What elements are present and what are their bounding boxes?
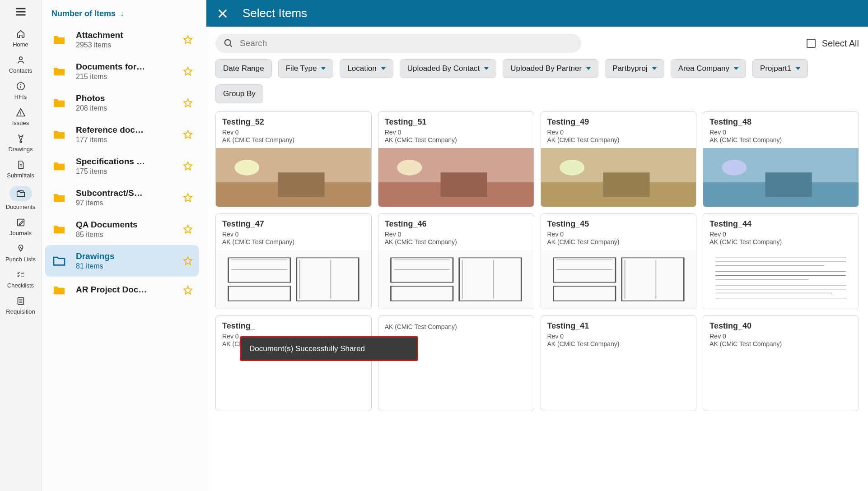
folder-row[interactable]: Photos208 items [45,87,199,119]
document-card[interactable]: Testing_47 Rev 0 AK (CMiC Test Company) [215,213,372,309]
card-title: Testing_40 [709,321,852,331]
close-button[interactable] [216,7,229,20]
document-card[interactable]: Testing_46 Rev 0 AK (CMiC Test Company) [378,213,534,309]
folder-row[interactable]: Documents for…215 items [45,56,199,87]
svg-point-0 [19,57,22,60]
star-icon[interactable] [182,66,193,77]
sort-header[interactable]: Number of Items ↓ [42,0,206,22]
chip-label: Projpart1 [760,64,791,73]
folder-name: Reference doc… [76,125,178,135]
nav-item-home[interactable]: Home [3,25,39,51]
document-card[interactable]: Testing_49 Rev 0 AK (CMiC Test Company) [541,111,697,207]
card-title: Testing_ [222,321,365,331]
folder-panel: Number of Items ↓ Attachment2953 itemsDo… [42,0,206,491]
folder-count: 175 items [76,167,178,176]
nav-item-drawings[interactable]: Drawings [3,130,39,156]
menu-button[interactable] [14,5,27,14]
document-card[interactable]: Testing_45 Rev 0 AK (CMiC Test Company) [541,213,697,309]
folder-row[interactable]: Specifications …175 items [45,150,199,182]
folder-row[interactable]: Reference doc…177 items [45,119,199,150]
nav-item-checklists[interactable]: Checklists [3,266,39,292]
nav-item-documents[interactable]: Documents [3,182,39,214]
folder-icon [51,222,68,236]
document-card[interactable]: Testing_51 Rev 0 AK (CMiC Test Company) [378,111,534,207]
nav-item-punch-lists[interactable]: Punch Lists [3,240,39,266]
document-card[interactable]: Testing_48 Rev 0 AK (CMiC Test Company) [703,111,859,207]
folder-icon [51,32,68,47]
star-icon[interactable] [182,34,193,45]
card-title: Testing_48 [709,117,852,127]
filter-chip-uploaded-by-partner[interactable]: Uploaded By Partner [503,59,598,78]
filter-chip-file-type[interactable]: File Type [278,59,334,78]
folder-row[interactable]: AR Project Doc… [45,277,199,304]
card-title: Testing_46 [385,219,527,229]
document-grid-wrap[interactable]: Testing_52 Rev 0 AK (CMiC Test Company) … [206,109,868,491]
card-title: Testing_44 [709,219,852,229]
nav-item-requisition[interactable]: Requisition [3,292,39,319]
star-icon[interactable] [182,255,193,266]
card-company: AK (CMiC Test Company) [385,238,527,246]
controls-bar: Select All Date RangeFile TypeLocationUp… [206,27,868,109]
svg-rect-23 [765,172,812,197]
nav-label: Drawings [8,146,33,153]
filter-chip-uploaded-by-contact[interactable]: Uploaded By Contact [400,59,497,78]
filter-chip-projpart1[interactable]: Projpart1 [752,59,808,78]
filter-chip-location[interactable]: Location [340,59,393,78]
document-card[interactable]: AK (CMiC Test Company) [378,315,534,411]
nav-item-issues[interactable]: Issues [3,104,39,130]
folder-name: Subcontract/S… [76,188,178,198]
file-icon [16,160,26,170]
chip-label: Area Company [678,64,729,73]
filter-chip-partbyproj[interactable]: Partbyproj [605,59,664,78]
svg-point-2 [20,84,21,85]
filter-chip-area-company[interactable]: Area Company [671,59,746,78]
document-card[interactable]: Testing_52 Rev 0 AK (CMiC Test Company) [215,111,372,207]
nav-item-journals[interactable]: Journals [3,214,39,240]
document-card[interactable]: Testing_ Rev 0 AK (CMiC Test Company) [215,315,372,411]
star-icon[interactable] [182,97,193,108]
star-icon[interactable] [182,224,193,235]
card-title: Testing_47 [222,219,365,229]
star-icon[interactable] [182,161,193,171]
folder-row[interactable]: Attachment2953 items [45,24,199,56]
svg-rect-24 [216,250,371,309]
svg-point-7 [225,40,231,46]
svg-rect-15 [440,172,487,197]
card-rev: Rev 0 [385,129,527,136]
nav-item-rfis[interactable]: RFIs [3,78,39,104]
nav-item-contacts[interactable]: Contacts [3,51,39,78]
card-company: AK (CMiC Test Company) [222,238,365,246]
document-card[interactable]: Testing_44 Rev 0 AK (CMiC Test Company) [703,213,859,309]
main-header: Select Items [206,0,868,27]
folder-row[interactable]: Drawings81 items [45,245,199,277]
filter-chip-group-by[interactable]: Group By [215,84,263,103]
folder-icon [16,189,26,199]
folder-row[interactable]: Subcontract/S…97 items [45,182,199,213]
star-icon[interactable] [182,129,193,140]
card-rev: Rev 0 [709,231,852,238]
card-company: AK (CMiC Test Company) [709,136,852,144]
card-thumbnail [703,352,859,411]
card-company: AK (CMiC Test Company) [222,136,365,144]
info-icon [16,81,26,91]
star-icon[interactable] [182,285,193,296]
chevron-down-icon [381,67,386,70]
document-card[interactable]: Testing_40 Rev 0 AK (CMiC Test Company) [703,315,859,411]
folder-icon [51,159,68,173]
chevron-down-icon [321,67,326,70]
filter-chip-date-range[interactable]: Date Range [215,59,272,78]
folder-row[interactable]: QA Documents85 items [45,213,199,245]
main-title: Select Items [243,6,307,20]
search-input[interactable] [240,38,573,48]
document-card[interactable]: Testing_41 Rev 0 AK (CMiC Test Company) [541,315,697,411]
main-panel: Select Items Select All Date RangeFile T… [206,0,868,491]
nav-label: RFIs [14,93,27,100]
tag-icon [16,244,26,254]
search-box[interactable] [215,34,581,53]
star-icon[interactable] [182,192,193,203]
checklist-icon [16,270,26,280]
select-all-checkbox[interactable] [807,39,816,48]
folder-count: 81 items [76,262,178,270]
nav-item-submittals[interactable]: Submittals [3,156,39,182]
folder-name: Documents for… [76,62,178,72]
